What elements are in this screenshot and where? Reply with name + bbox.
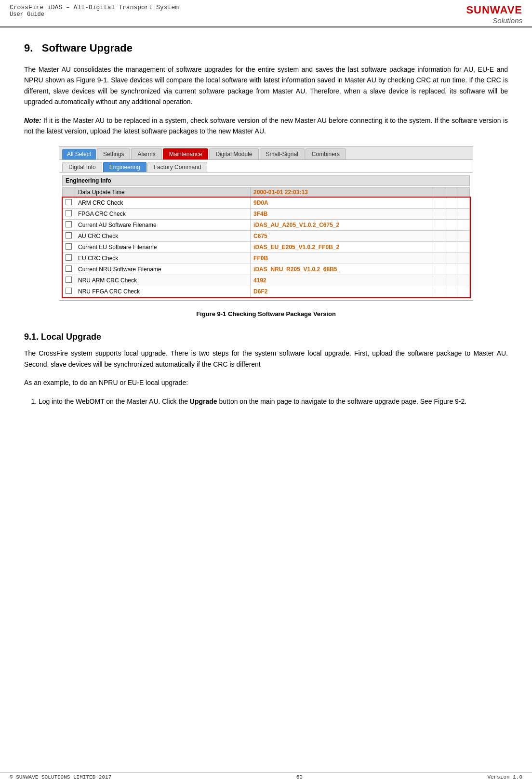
- row-extra3: [457, 264, 470, 275]
- main-content: 9. Software Upgrade The Master AU consol…: [0, 27, 532, 438]
- checkbox-icon[interactable]: [66, 277, 72, 283]
- footer-version: Version 1.0: [487, 774, 522, 780]
- subsection-body-2: As an example, to do an NPRU or EU-E loc…: [24, 377, 508, 388]
- row-value: FF0B: [251, 253, 433, 264]
- row-checkbox-cell[interactable]: [63, 242, 75, 253]
- step-1: Log into the WebOMT on the Master AU. Cl…: [39, 396, 508, 407]
- row-extra3: [457, 198, 470, 209]
- tab-settings[interactable]: Settings: [97, 148, 130, 159]
- table-row: AU CRC CheckC675: [63, 231, 470, 242]
- row-value: 4192: [251, 275, 433, 286]
- sub-tab-factory-command[interactable]: Factory Command: [147, 162, 208, 172]
- sub-tab-bar: Digital Info Engineering Factory Command: [59, 160, 473, 172]
- row-label: NRU ARM CRC Check: [75, 275, 251, 286]
- step-1-text-after: button on the main page to navigate to t…: [217, 398, 467, 405]
- row-extra3: [457, 275, 470, 286]
- checkbox-icon[interactable]: [66, 221, 72, 227]
- row-extra3: [457, 242, 470, 253]
- engineering-info-title: Engineering Info: [62, 175, 470, 186]
- row-extra1: [433, 209, 445, 220]
- row-extra1: [433, 253, 445, 264]
- checkbox-icon[interactable]: [66, 232, 72, 239]
- col-extra3: [457, 187, 470, 198]
- sub-tab-engineering[interactable]: Engineering: [103, 162, 146, 172]
- row-extra2: [445, 286, 457, 297]
- row-extra1: [433, 242, 445, 253]
- row-extra2: [445, 275, 457, 286]
- logo-name: SUNWAVE: [466, 4, 522, 16]
- logo-tagline: Solutions: [466, 16, 522, 25]
- row-label: EU CRC Check: [75, 253, 251, 264]
- checkbox-icon[interactable]: [66, 254, 72, 261]
- step-1-text-before: Log into the WebOMT on the Master AU. Cl…: [39, 398, 190, 405]
- row-checkbox-cell[interactable]: [63, 253, 75, 264]
- table-row: ARM CRC Check9D0A: [63, 198, 470, 209]
- row-checkbox-cell[interactable]: [63, 198, 75, 209]
- tab-small-signal[interactable]: Small-Signal: [260, 148, 305, 159]
- row-value: D6F2: [251, 286, 433, 297]
- row-checkbox-cell[interactable]: [63, 220, 75, 231]
- row-label: FPGA CRC Check: [75, 209, 251, 220]
- sub-tab-digital-info[interactable]: Digital Info: [62, 162, 102, 172]
- tab-alarms[interactable]: Alarms: [131, 148, 161, 159]
- steps-list: Log into the WebOMT on the Master AU. Cl…: [39, 396, 508, 407]
- row-checkbox-cell[interactable]: [63, 286, 75, 297]
- subsection-title: Local Upgrade: [41, 332, 101, 342]
- row-extra2: [445, 264, 457, 275]
- row-extra1: [433, 286, 445, 297]
- checkbox-icon[interactable]: [66, 199, 72, 205]
- row-checkbox-cell[interactable]: [63, 275, 75, 286]
- table-row: Current AU Software FilenameiDAS_AU_A205…: [63, 220, 470, 231]
- checkbox-icon[interactable]: [66, 288, 72, 294]
- row-extra2: [445, 198, 457, 209]
- table-header-row: Data Update Time 2000-01-01 22:03:13: [63, 187, 470, 198]
- row-extra3: [457, 253, 470, 264]
- row-extra1: [433, 198, 445, 209]
- row-label: ARM CRC Check: [75, 198, 251, 209]
- col-extra1: [433, 187, 445, 198]
- table-row: NRU FPGA CRC CheckD6F2: [63, 286, 470, 297]
- row-extra3: [457, 286, 470, 297]
- row-label: AU CRC Check: [75, 231, 251, 242]
- tab-maintenance[interactable]: Maintenance: [163, 148, 209, 159]
- header-text: CrossFire iDAS – All-Digital Transport S…: [10, 4, 179, 18]
- col-checkbox: [63, 187, 75, 198]
- section-number: 9.: [24, 42, 33, 54]
- row-checkbox-cell[interactable]: [63, 209, 75, 220]
- col-name: Data Update Time: [75, 187, 251, 198]
- footer-copyright: © SUNWAVE SOLUTIONS LIMITED 2017: [10, 774, 111, 780]
- checkbox-icon[interactable]: [66, 265, 72, 272]
- row-value: 3F4B: [251, 209, 433, 220]
- tab-digital-module[interactable]: Digital Module: [209, 148, 258, 159]
- row-extra1: [433, 264, 445, 275]
- row-value: C675: [251, 231, 433, 242]
- checkbox-icon[interactable]: [66, 210, 72, 216]
- table-row: NRU ARM CRC Check4192: [63, 275, 470, 286]
- row-label: Current NRU Software Filename: [75, 264, 251, 275]
- table-row: Current EU Software FilenameiDAS_EU_E205…: [63, 242, 470, 253]
- row-extra1: [433, 275, 445, 286]
- row-extra3: [457, 209, 470, 220]
- tab-all-select[interactable]: All Select: [62, 149, 96, 159]
- col-value: 2000-01-01 22:03:13: [251, 187, 433, 198]
- row-checkbox-cell[interactable]: [63, 231, 75, 242]
- row-label: Current EU Software Filename: [75, 242, 251, 253]
- row-checkbox-cell[interactable]: [63, 264, 75, 275]
- figure-caption: Figure 9-1 Checking Software Package Ver…: [24, 310, 508, 318]
- row-value: iDAS_NRU_R205_V1.0.2_68B5_: [251, 264, 433, 275]
- tab-combiners[interactable]: Combiners: [306, 148, 346, 159]
- page-footer: © SUNWAVE SOLUTIONS LIMITED 2017 60 Vers…: [0, 772, 532, 782]
- checkbox-icon[interactable]: [66, 243, 72, 250]
- step-1-text-bold: Upgrade: [190, 398, 217, 405]
- header-line2: User Guide: [10, 11, 179, 18]
- col-extra2: [445, 187, 457, 198]
- row-extra1: [433, 231, 445, 242]
- row-label: NRU FPGA CRC Check: [75, 286, 251, 297]
- section-title: Software Upgrade: [42, 42, 133, 54]
- engineering-table: Data Update Time 2000-01-01 22:03:13 ARM…: [62, 187, 470, 297]
- note-label: Note:: [24, 117, 41, 124]
- section-heading: 9. Software Upgrade: [24, 42, 508, 54]
- subsection-body-1: The CrossFire system supports local upgr…: [24, 348, 508, 370]
- row-extra2: [445, 231, 457, 242]
- ui-screenshot-box: All Select Settings Alarms Maintenance D…: [59, 146, 473, 301]
